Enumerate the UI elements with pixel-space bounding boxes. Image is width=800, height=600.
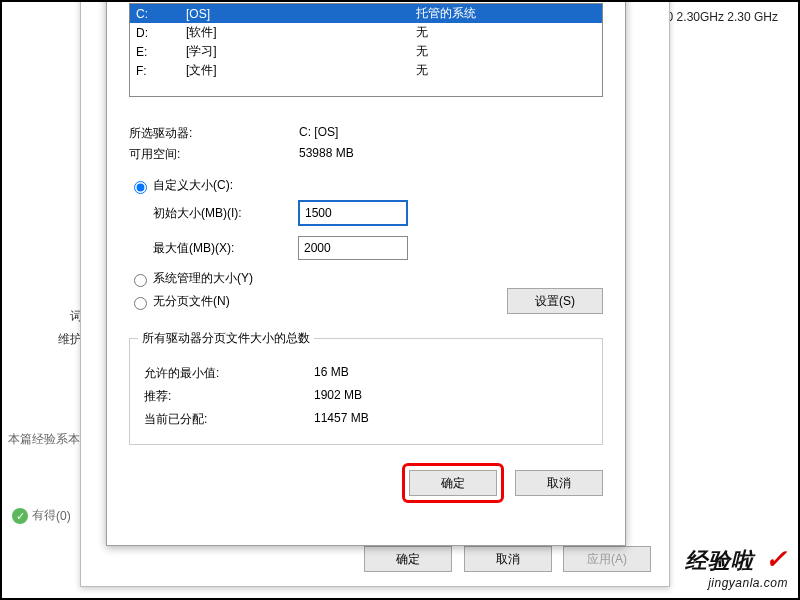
initial-size-label: 初始大小(MB)(I): bbox=[153, 205, 298, 222]
drive-label: [OS] bbox=[186, 7, 416, 21]
groupbox-legend: 所有驱动器分页文件大小的总数 bbox=[138, 330, 314, 347]
drive-letter: E: bbox=[136, 45, 186, 59]
radio-system-managed[interactable]: 系统管理的大小(Y) bbox=[129, 270, 603, 287]
total-paging-groupbox: 所有驱动器分页文件大小的总数 允许的最小值: 16 MB 推荐: 1902 MB… bbox=[129, 338, 603, 445]
free-space-label: 可用空间: bbox=[129, 146, 299, 163]
free-space-value: 53988 MB bbox=[299, 146, 354, 163]
drive-letter: F: bbox=[136, 64, 186, 78]
drive-list[interactable]: C: [OS] 托管的系统 D: [软件] 无 E: [学习] 无 F: [文件… bbox=[129, 3, 603, 97]
sidebar-link-maintenance[interactable]: 维护 bbox=[2, 331, 82, 348]
drive-row-empty bbox=[130, 80, 602, 96]
recommended-label: 推荐: bbox=[144, 388, 314, 405]
drive-row-e[interactable]: E: [学习] 无 bbox=[130, 42, 602, 61]
max-size-input[interactable] bbox=[298, 236, 408, 260]
drive-row-f[interactable]: F: [文件] 无 bbox=[130, 61, 602, 80]
cpu-info-text: 0 2.30GHz 2.30 GHz bbox=[667, 10, 778, 24]
drive-letter: C: bbox=[136, 7, 186, 21]
check-icon: ✓ bbox=[12, 508, 28, 524]
radio-no-paging-input[interactable] bbox=[134, 297, 147, 310]
virtual-memory-dialog: C: [OS] 托管的系统 D: [软件] 无 E: [学习] 无 F: [文件… bbox=[106, 0, 626, 546]
radio-no-paging-label: 无分页文件(N) bbox=[153, 293, 230, 310]
recommended-value: 1902 MB bbox=[314, 388, 362, 405]
radio-custom-size[interactable]: 自定义大小(C): bbox=[129, 177, 603, 194]
selected-drive-label: 所选驱动器: bbox=[129, 125, 299, 142]
min-allowed-label: 允许的最小值: bbox=[144, 365, 314, 382]
set-button[interactable]: 设置(S) bbox=[507, 288, 603, 314]
parent-button-bar: 确定 取消 应用(A) bbox=[356, 546, 651, 572]
highlight-ok-box: 确定 bbox=[402, 463, 504, 503]
currently-allocated-label: 当前已分配: bbox=[144, 411, 314, 428]
currently-allocated-value: 11457 MB bbox=[314, 411, 369, 428]
watermark: 经验啦 ✓ jingyanla.com bbox=[685, 544, 788, 590]
parent-apply-button[interactable]: 应用(A) bbox=[563, 546, 651, 572]
cancel-button[interactable]: 取消 bbox=[515, 470, 603, 496]
max-size-label: 最大值(MB)(X): bbox=[153, 240, 298, 257]
drive-row-c[interactable]: C: [OS] 托管的系统 bbox=[130, 4, 602, 23]
drive-label: [学习] bbox=[186, 43, 416, 60]
drive-label: [文件] bbox=[186, 62, 416, 79]
radio-system-managed-input[interactable] bbox=[134, 274, 147, 287]
dialog-button-bar: 确定 取消 bbox=[129, 463, 603, 503]
vote-count: (0) bbox=[56, 509, 71, 523]
watermark-url: jingyanla.com bbox=[685, 576, 788, 590]
drive-row-d[interactable]: D: [软件] 无 bbox=[130, 23, 602, 42]
radio-custom-size-label: 自定义大小(C): bbox=[153, 177, 233, 194]
ok-button[interactable]: 确定 bbox=[409, 470, 497, 496]
drive-paging: 无 bbox=[416, 62, 596, 79]
vote-row[interactable]: ✓ 有得 (0) bbox=[12, 507, 71, 524]
radio-custom-size-input[interactable] bbox=[134, 181, 147, 194]
initial-size-input[interactable] bbox=[298, 200, 408, 226]
vote-label: 有得 bbox=[32, 507, 56, 524]
selected-drive-value: C: [OS] bbox=[299, 125, 338, 142]
parent-ok-button[interactable]: 确定 bbox=[364, 546, 452, 572]
radio-system-managed-label: 系统管理的大小(Y) bbox=[153, 270, 253, 287]
watermark-check-icon: ✓ bbox=[765, 544, 788, 574]
drive-paging: 无 bbox=[416, 24, 596, 41]
sidebar-fragment: 词 维护 bbox=[2, 302, 92, 354]
parent-cancel-button[interactable]: 取消 bbox=[464, 546, 552, 572]
min-allowed-value: 16 MB bbox=[314, 365, 349, 382]
sidebar-text-1: 词 bbox=[2, 308, 82, 325]
watermark-title: 经验啦 bbox=[685, 548, 754, 573]
drive-label: [软件] bbox=[186, 24, 416, 41]
drive-paging: 托管的系统 bbox=[416, 5, 596, 22]
drive-letter: D: bbox=[136, 26, 186, 40]
drive-paging: 无 bbox=[416, 43, 596, 60]
